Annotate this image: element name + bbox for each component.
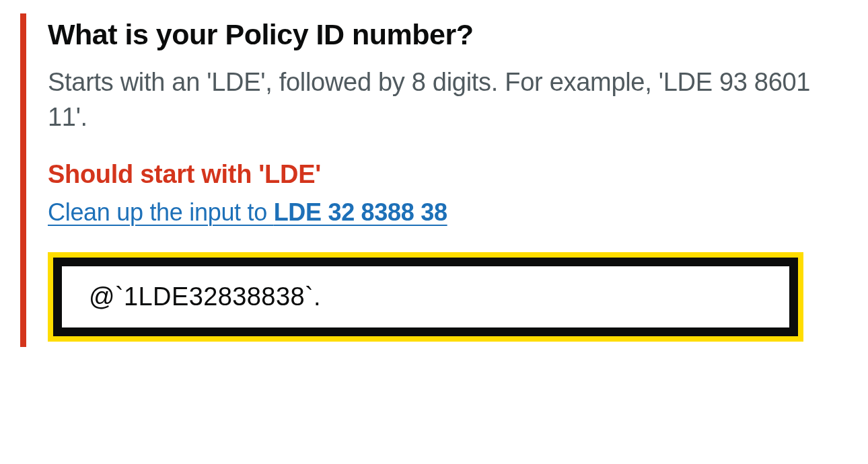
suggestion-value: LDE 32 8388 38 xyxy=(274,198,447,226)
policy-id-input-focus-ring xyxy=(48,252,803,342)
policy-id-form-group: What is your Policy ID number? Starts wi… xyxy=(20,13,848,347)
policy-id-input[interactable] xyxy=(53,258,798,336)
policy-id-error: Should start with 'LDE' xyxy=(48,160,848,189)
cleanup-suggestion-link[interactable]: Clean up the input to LDE 32 8388 38 xyxy=(48,198,447,227)
policy-id-hint: Starts with an 'LDE', followed by 8 digi… xyxy=(48,65,848,134)
policy-id-legend: What is your Policy ID number? xyxy=(48,19,848,50)
suggestion-prefix: Clean up the input to xyxy=(48,198,274,226)
